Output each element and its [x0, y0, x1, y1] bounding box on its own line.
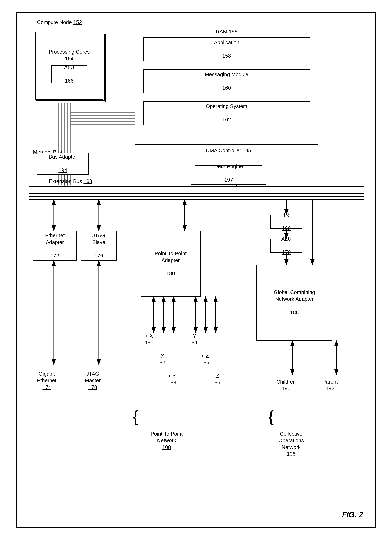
collective-brace: { [269, 409, 274, 425]
parent-label: Parent 192 [322, 379, 338, 392]
operating-system-box: Operating System 162 [143, 101, 310, 125]
dma-engine-box: DMA Engine 197 [195, 165, 262, 181]
application-box: Application 158 [143, 37, 310, 61]
compute-node-label: Compute Node 152 [37, 19, 82, 26]
processing-cores-box: Processing Cores 164 ALU 166 [35, 32, 103, 100]
gigabit-ethernet-label: Gigabit Ethernet 174 [37, 370, 56, 391]
collective-network-label: Collective Operations Network 106 [279, 430, 304, 457]
z-plus-label: + Z 185 [201, 353, 209, 366]
bus-adapter-box: Bus Adapter 194 [37, 153, 89, 175]
point-to-point-box: Point To Point Adapter 180 [141, 231, 201, 297]
y-minus-label: - Y 184 [189, 333, 197, 346]
children-label: Children 190 [276, 379, 296, 392]
x-plus-label: + X 181 [145, 333, 153, 346]
jtag-master-label: JTAG Master 178 [85, 370, 101, 391]
ptp-brace: { [133, 409, 138, 425]
x-minus-label: - X 182 [157, 353, 165, 366]
dma-controller-box: DMA Controller 195 DMA Engine 197 [191, 145, 266, 185]
alu-164-box: ALU 166 [51, 65, 87, 83]
ptp-network-label: Point To Point Network 108 [151, 430, 183, 451]
processing-cores-label: Processing Cores 164 [49, 49, 90, 62]
alu-170-box: ALU 170 [270, 239, 302, 253]
y-plus-label: + Y 183 [168, 373, 176, 386]
figure-label: FIG. 2 [342, 511, 363, 519]
jtag-slave-box: JTAG Slave 176 [81, 231, 117, 261]
ram-label: RAM 156 [216, 28, 237, 35]
ir-box: IR 169 [270, 215, 302, 229]
ram-box: RAM 156 Application 158 Messaging Module… [135, 25, 318, 145]
diagram-container: Compute Node 152 Processing Cores 164 AL… [16, 12, 376, 528]
z-minus-label: - Z 186 [211, 373, 220, 386]
global-combining-box: Global Combining Network Adapter 188 [256, 265, 332, 341]
messaging-module-box: Messaging Module 160 [143, 69, 310, 93]
extension-bus-label: Extension Bus 168 [49, 178, 92, 185]
page: Compute Node 152 Processing Cores 164 AL… [0, 0, 392, 540]
ethernet-adapter-box: Ethernet Adapter 172 [33, 231, 77, 261]
dma-controller-label: DMA Controller 195 [206, 147, 251, 154]
